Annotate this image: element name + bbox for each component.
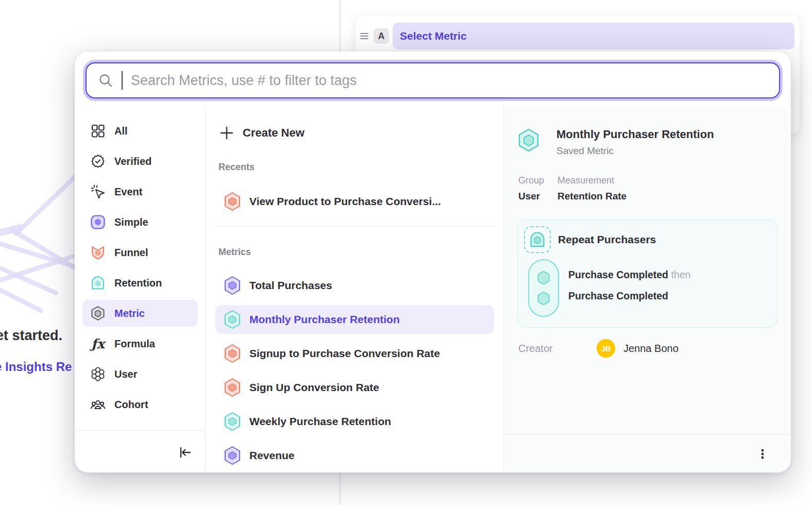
decorative-line: [0, 287, 44, 314]
metric-item-label: Monthly Purchaser Retention: [249, 313, 400, 326]
search-icon: [98, 73, 113, 88]
recents-heading: Recents: [215, 162, 494, 173]
decorative-line: [13, 170, 82, 237]
creator-name: Jenna Bono: [623, 343, 679, 355]
sidebar-item-label: Event: [114, 186, 142, 198]
group-label: Group: [518, 175, 544, 186]
definition-step-1: Purchase Completed then: [568, 264, 690, 285]
metric-item-label: Weekly Purchase Retention: [249, 415, 391, 428]
metric-picker-modal: All Verified Event: [75, 52, 791, 473]
metric-detail-panel: Monthly Purchaser Retention Saved Metric…: [504, 106, 791, 473]
hexagon-icon-salmon: [224, 378, 241, 397]
collapse-sidebar-button[interactable]: [177, 444, 192, 460]
select-metric-button[interactable]: Select Metric: [393, 23, 794, 49]
sidebar-item-metric[interactable]: Metric: [82, 300, 198, 327]
metric-item-monthly-purchaser-retention[interactable]: Monthly Purchaser Retention: [215, 305, 494, 334]
sidebar-item-event[interactable]: Event: [82, 178, 198, 205]
recent-metric-item[interactable]: View Product to Purchase Conversi...: [215, 187, 494, 216]
sidebar-item-label: Funnel: [114, 247, 148, 259]
row-letter-badge: A: [374, 28, 389, 44]
definition-step-2: Purchase Completed: [568, 285, 690, 307]
metric-item-total-purchases[interactable]: Total Purchases: [215, 271, 494, 300]
sidebar-item-simple[interactable]: Simple: [82, 209, 198, 235]
metric-item-signup-to-purchase[interactable]: Signup to Purchase Conversion Rate: [215, 339, 494, 368]
sidebar-item-user[interactable]: User: [82, 361, 198, 388]
text-caret: [122, 71, 123, 90]
creator-avatar: JB: [597, 339, 615, 358]
hexagon-icon-purple: [224, 446, 241, 465]
sidebar-item-label: All: [114, 125, 128, 137]
sidebar-item-retention[interactable]: Retention: [82, 270, 198, 296]
simple-square-icon: [90, 214, 106, 230]
metric-item-label: Revenue: [249, 449, 295, 462]
metric-detail-hexagon-icon: [517, 128, 540, 153]
measurement-meta: Measurement Retention Rate: [557, 175, 627, 202]
verified-badge-icon: [90, 154, 106, 169]
grid-icon: [90, 123, 106, 139]
sidebar-item-label: Verified: [114, 156, 151, 167]
group-meta: Group User: [518, 175, 544, 202]
plus-icon: [219, 126, 234, 140]
drag-handle-icon[interactable]: [359, 30, 370, 42]
retention-arch-icon: [529, 231, 546, 248]
more-options-button[interactable]: [755, 446, 770, 462]
sidebar-item-all[interactable]: All: [82, 117, 198, 144]
metric-item-sign-up-conversion[interactable]: Sign Up Conversion Rate: [215, 373, 494, 402]
hexagon-icon-salmon: [224, 192, 241, 211]
sidebar-item-cohort[interactable]: Cohort: [82, 391, 198, 418]
select-metric-label: Select Metric: [400, 30, 467, 42]
sidebar-item-verified[interactable]: Verified: [82, 148, 198, 175]
user-cluster-icon: [90, 366, 106, 382]
metric-item-label: Signup to Purchase Conversion Rate: [249, 347, 440, 360]
sidebar-item-label: Retention: [114, 277, 162, 289]
hexagon-icon-teal: [224, 310, 241, 329]
retention-arch-icon: [90, 275, 106, 291]
create-new-button[interactable]: Create New: [215, 120, 494, 146]
detail-subtitle: Saved Metric: [556, 145, 714, 157]
definition-card: Repeat Purchasers Purchase Completed the…: [517, 220, 777, 328]
group-value: User: [518, 191, 544, 202]
hexagon-icon-purple: [224, 276, 241, 295]
metric-item-revenue[interactable]: Revenue: [215, 441, 494, 470]
detail-title: Monthly Purchaser Retention: [556, 128, 714, 141]
dashed-retention-icon-box: [524, 226, 551, 253]
sidebar-item-label: Simple: [114, 216, 148, 228]
recent-metric-label: View Product to Purchase Conversi...: [249, 195, 441, 208]
sidebar-item-label: User: [114, 368, 137, 380]
background-heading-fragment: et started.: [0, 328, 62, 344]
section-divider: [215, 226, 494, 226]
create-new-label: Create New: [243, 126, 304, 140]
sidebar-item-label: Cohort: [114, 399, 148, 411]
search-input[interactable]: [131, 73, 768, 89]
funnel-icon: [90, 245, 106, 260]
formula-fx-icon: ƒx: [90, 336, 106, 351]
measurement-value: Retention Rate: [557, 191, 627, 202]
search-box[interactable]: [86, 62, 780, 98]
creator-label: Creator: [518, 343, 597, 355]
step-hexagon-icon: [537, 291, 550, 306]
cursor-sparkle-icon: [90, 184, 106, 199]
cohort-people-icon: [90, 397, 106, 412]
step-hexagon-icon: [537, 270, 550, 285]
sidebar-item-formula[interactable]: ƒx Formula: [82, 330, 198, 357]
steps-capsule: [528, 259, 559, 317]
metric-item-label: Sign Up Conversion Rate: [249, 381, 379, 394]
then-connector: then: [671, 269, 690, 280]
measurement-label: Measurement: [557, 175, 627, 186]
sidebar-item-label: Formula: [114, 338, 155, 350]
hexagon-icon-salmon: [224, 344, 241, 363]
sidebar-item-funnel[interactable]: Funnel: [82, 239, 198, 266]
metric-hexagon-icon: [90, 306, 106, 321]
filter-sidebar: All Verified Event: [75, 106, 206, 473]
hexagon-icon-teal: [224, 412, 241, 431]
background-link-fragment[interactable]: e Insights Re: [0, 360, 72, 374]
definition-name: Repeat Purchasers: [558, 233, 656, 246]
sidebar-item-label: Metric: [114, 308, 145, 319]
metric-item-label: Total Purchases: [249, 279, 332, 292]
creator-row: Creator JB Jenna Bono: [517, 339, 777, 358]
metric-item-weekly-purchase-retention[interactable]: Weekly Purchase Retention: [215, 407, 494, 436]
metrics-heading: Metrics: [215, 247, 494, 258]
decorative-line: [0, 254, 76, 284]
metric-list-panel: Create New Recents View Product to Purch…: [206, 106, 504, 473]
